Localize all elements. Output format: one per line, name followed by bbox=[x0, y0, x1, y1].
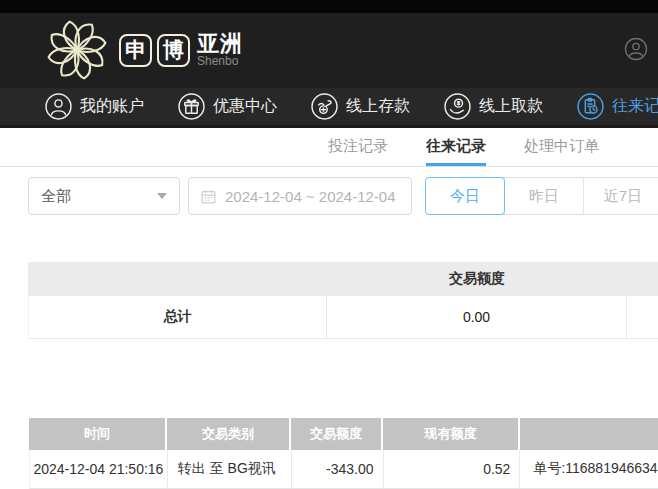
logo-char-bo: 博 bbox=[163, 36, 184, 64]
records-header-amount: 交易额度 bbox=[291, 418, 383, 450]
records-header-order bbox=[520, 418, 658, 450]
logo-subtitle: Shenbo bbox=[197, 55, 243, 68]
record-order-number: 单号:116881946634 bbox=[520, 450, 658, 488]
nav-label: 我的账户 bbox=[80, 96, 144, 117]
main-navbar: 我的账户 优惠中心 线上存款 bbox=[0, 88, 658, 128]
quick-last7days-button[interactable]: 近7日 bbox=[583, 178, 658, 214]
nav-item-online-deposit[interactable]: 线上存款 bbox=[311, 93, 410, 120]
record-amount: -343.00 bbox=[292, 450, 384, 488]
summary-header-amount: 交易额度 bbox=[327, 270, 627, 288]
nav-item-transaction-records[interactable]: 往来记录 bbox=[577, 93, 658, 120]
nav-label: 往来记录 bbox=[612, 96, 658, 117]
user-icon bbox=[45, 93, 72, 120]
nav-item-online-withdrawal[interactable]: 线上取款 bbox=[444, 93, 543, 120]
type-select-value: 全部 bbox=[41, 187, 71, 206]
quick-today-button[interactable]: 今日 bbox=[425, 177, 505, 215]
summary-table: 交易额度 总计 0.00 bbox=[28, 262, 658, 339]
flower-logo-icon bbox=[40, 17, 114, 83]
filter-bar: 全部 2024-12-04 ~ 2024-12-04 今日 昨日 近7日 bbox=[0, 167, 658, 231]
record-time: 2024-12-04 21:50:16 bbox=[30, 450, 168, 488]
records-table: 时间 交易类别 交易额度 现有额度 2024-12-04 21:50:16 转出… bbox=[29, 418, 658, 489]
logo-text: 亚洲 Shenbo bbox=[197, 32, 243, 68]
record-type: 转出 至 BG视讯 bbox=[168, 450, 292, 488]
summary-total-label: 总计 bbox=[29, 296, 327, 338]
records-header-balance: 现有额度 bbox=[383, 418, 520, 450]
date-range-input[interactable]: 2024-12-04 ~ 2024-12-04 bbox=[188, 177, 412, 215]
nav-label: 线上存款 bbox=[346, 96, 410, 117]
logo-char-box-bo: 博 bbox=[157, 34, 190, 67]
summary-total-amount: 0.00 bbox=[327, 296, 627, 338]
records-tabbar: 投注记录 往来记录 处理中订单 bbox=[0, 128, 658, 167]
deposit-icon bbox=[311, 93, 338, 120]
table-row: 2024-12-04 21:50:16 转出 至 BG视讯 -343.00 0.… bbox=[29, 450, 658, 489]
nav-item-promotions[interactable]: 优惠中心 bbox=[178, 93, 277, 120]
nav-label: 线上取款 bbox=[479, 96, 543, 117]
logo-char-box-shen: 申 bbox=[119, 34, 152, 67]
summary-header-row: 交易额度 bbox=[28, 262, 658, 296]
record-balance: 0.52 bbox=[384, 450, 521, 488]
withdraw-icon bbox=[444, 93, 471, 120]
tab-transaction-records[interactable]: 往来记录 bbox=[426, 128, 486, 166]
records-header-time: 时间 bbox=[29, 418, 167, 450]
quick-date-group: 今日 昨日 近7日 bbox=[425, 177, 658, 215]
records-header-row: 时间 交易类别 交易额度 现有额度 bbox=[29, 418, 658, 450]
nav-item-my-account[interactable]: 我的账户 bbox=[45, 93, 144, 120]
tab-processing-orders[interactable]: 处理中订单 bbox=[524, 128, 599, 166]
records-header-type: 交易类别 bbox=[167, 418, 291, 450]
summary-total-row: 总计 0.00 bbox=[28, 296, 658, 339]
records-icon bbox=[577, 93, 604, 120]
logo-region: 亚洲 bbox=[197, 32, 243, 55]
account-avatar-icon[interactable] bbox=[624, 37, 648, 61]
chevron-down-icon bbox=[157, 193, 167, 199]
top-black-strip bbox=[0, 0, 658, 13]
shenbo-logo[interactable]: 申 博 亚洲 Shenbo bbox=[40, 17, 243, 83]
calendar-icon bbox=[200, 188, 217, 205]
logo-char-shen: 申 bbox=[125, 36, 146, 64]
type-select[interactable]: 全部 bbox=[28, 177, 180, 215]
transaction-records-page: 申 博 亚洲 Shenbo 我的账户 bbox=[0, 0, 658, 489]
nav-label: 优惠中心 bbox=[213, 96, 277, 117]
quick-yesterday-button[interactable]: 昨日 bbox=[504, 178, 583, 214]
date-range-value: 2024-12-04 ~ 2024-12-04 bbox=[225, 188, 396, 205]
tab-betting-records[interactable]: 投注记录 bbox=[328, 128, 388, 166]
gift-icon bbox=[178, 93, 205, 120]
site-header: 申 博 亚洲 Shenbo bbox=[0, 13, 658, 88]
